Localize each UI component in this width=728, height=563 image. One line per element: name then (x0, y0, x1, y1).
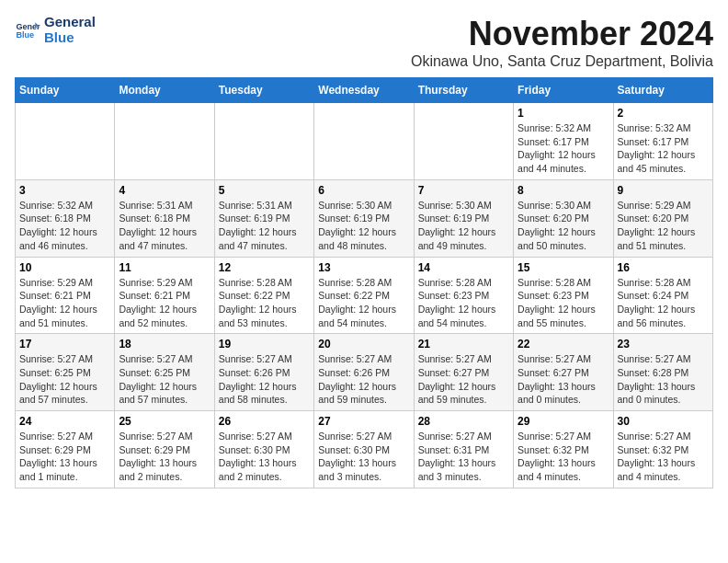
day-info: Sunrise: 5:28 AM Sunset: 6:22 PM Dayligh… (318, 276, 409, 330)
day-info: Sunrise: 5:29 AM Sunset: 6:21 PM Dayligh… (19, 276, 110, 330)
day-number: 5 (219, 184, 310, 197)
calendar-cell: 13Sunrise: 5:28 AM Sunset: 6:22 PM Dayli… (314, 257, 414, 334)
day-number: 11 (119, 261, 210, 274)
day-info: Sunrise: 5:27 AM Sunset: 6:32 PM Dayligh… (518, 430, 609, 484)
logo: General Blue General Blue (15, 15, 96, 45)
day-info: Sunrise: 5:27 AM Sunset: 6:31 PM Dayligh… (418, 430, 509, 484)
day-info: Sunrise: 5:28 AM Sunset: 6:24 PM Dayligh… (618, 276, 709, 330)
calendar-cell (115, 103, 214, 180)
calendar-cell: 28Sunrise: 5:27 AM Sunset: 6:31 PM Dayli… (414, 411, 513, 488)
col-header-tuesday: Tuesday (214, 78, 313, 103)
day-number: 27 (318, 415, 409, 428)
calendar-cell: 25Sunrise: 5:27 AM Sunset: 6:29 PM Dayli… (115, 411, 214, 488)
day-number: 19 (219, 338, 310, 350)
calendar-cell: 26Sunrise: 5:27 AM Sunset: 6:30 PM Dayli… (214, 411, 313, 488)
calendar-cell: 12Sunrise: 5:28 AM Sunset: 6:22 PM Dayli… (214, 257, 313, 334)
day-info: Sunrise: 5:27 AM Sunset: 6:27 PM Dayligh… (418, 352, 509, 407)
month-title: November 2024 (411, 15, 713, 53)
day-info: Sunrise: 5:27 AM Sunset: 6:27 PM Dayligh… (518, 352, 609, 407)
logo-icon: General Blue (15, 17, 40, 43)
calendar-cell: 7Sunrise: 5:30 AM Sunset: 6:19 PM Daylig… (414, 179, 513, 257)
day-info: Sunrise: 5:28 AM Sunset: 6:22 PM Dayligh… (219, 276, 310, 330)
logo-general: General (44, 14, 96, 29)
day-info: Sunrise: 5:28 AM Sunset: 6:23 PM Dayligh… (418, 276, 509, 330)
calendar-cell: 24Sunrise: 5:27 AM Sunset: 6:29 PM Dayli… (16, 411, 115, 488)
day-number: 8 (518, 184, 609, 197)
calendar-cell: 1Sunrise: 5:32 AM Sunset: 6:17 PM Daylig… (514, 103, 613, 180)
calendar-cell (414, 103, 513, 180)
col-header-wednesday: Wednesday (314, 78, 414, 103)
calendar-cell: 20Sunrise: 5:27 AM Sunset: 6:26 PM Dayli… (314, 334, 414, 411)
calendar-cell: 2Sunrise: 5:32 AM Sunset: 6:17 PM Daylig… (613, 103, 712, 180)
day-number: 3 (19, 184, 110, 197)
location-title: Okinawa Uno, Santa Cruz Department, Boli… (411, 53, 713, 70)
day-info: Sunrise: 5:32 AM Sunset: 6:17 PM Dayligh… (618, 121, 709, 176)
calendar-cell: 4Sunrise: 5:31 AM Sunset: 6:18 PM Daylig… (115, 179, 214, 257)
day-number: 28 (418, 415, 509, 428)
day-info: Sunrise: 5:28 AM Sunset: 6:23 PM Dayligh… (518, 276, 609, 330)
calendar-cell: 18Sunrise: 5:27 AM Sunset: 6:25 PM Dayli… (115, 334, 214, 411)
day-number: 20 (318, 338, 409, 350)
svg-text:Blue: Blue (16, 30, 34, 40)
logo-blue: Blue (44, 29, 74, 45)
day-number: 17 (19, 338, 110, 350)
day-info: Sunrise: 5:30 AM Sunset: 6:19 PM Dayligh… (318, 199, 409, 253)
day-number: 30 (618, 415, 709, 428)
day-number: 25 (119, 415, 210, 428)
day-info: Sunrise: 5:27 AM Sunset: 6:29 PM Dayligh… (19, 430, 110, 484)
day-number: 7 (418, 184, 509, 197)
day-info: Sunrise: 5:30 AM Sunset: 6:19 PM Dayligh… (418, 199, 509, 253)
calendar-cell: 11Sunrise: 5:29 AM Sunset: 6:21 PM Dayli… (115, 257, 214, 334)
calendar-cell (16, 103, 115, 180)
calendar-cell: 27Sunrise: 5:27 AM Sunset: 6:30 PM Dayli… (314, 411, 414, 488)
day-number: 24 (19, 415, 110, 428)
day-info: Sunrise: 5:32 AM Sunset: 6:17 PM Dayligh… (518, 121, 609, 176)
day-number: 18 (119, 338, 210, 350)
calendar-cell: 3Sunrise: 5:32 AM Sunset: 6:18 PM Daylig… (16, 179, 115, 257)
day-info: Sunrise: 5:31 AM Sunset: 6:18 PM Dayligh… (119, 199, 210, 253)
col-header-monday: Monday (115, 78, 214, 103)
calendar-cell: 21Sunrise: 5:27 AM Sunset: 6:27 PM Dayli… (414, 334, 513, 411)
calendar-cell: 22Sunrise: 5:27 AM Sunset: 6:27 PM Dayli… (514, 334, 613, 411)
day-number: 1 (518, 107, 609, 120)
calendar-cell: 14Sunrise: 5:28 AM Sunset: 6:23 PM Dayli… (414, 257, 513, 334)
calendar-cell (314, 103, 414, 180)
header: General Blue General Blue November 2024 … (15, 15, 713, 70)
day-number: 13 (318, 261, 409, 274)
day-info: Sunrise: 5:27 AM Sunset: 6:28 PM Dayligh… (618, 352, 709, 407)
day-info: Sunrise: 5:27 AM Sunset: 6:25 PM Dayligh… (119, 352, 210, 407)
day-info: Sunrise: 5:27 AM Sunset: 6:26 PM Dayligh… (219, 352, 310, 407)
day-number: 26 (219, 415, 310, 428)
day-number: 6 (318, 184, 409, 197)
col-header-saturday: Saturday (613, 78, 712, 103)
week-row-1: 1Sunrise: 5:32 AM Sunset: 6:17 PM Daylig… (16, 103, 713, 180)
day-info: Sunrise: 5:29 AM Sunset: 6:20 PM Dayligh… (618, 199, 709, 253)
day-info: Sunrise: 5:27 AM Sunset: 6:25 PM Dayligh… (19, 352, 110, 407)
day-info: Sunrise: 5:27 AM Sunset: 6:30 PM Dayligh… (219, 430, 310, 484)
calendar-table: SundayMondayTuesdayWednesdayThursdayFrid… (15, 77, 713, 488)
title-area: November 2024 Okinawa Uno, Santa Cruz De… (411, 15, 713, 70)
day-info: Sunrise: 5:27 AM Sunset: 6:29 PM Dayligh… (119, 430, 210, 484)
day-info: Sunrise: 5:32 AM Sunset: 6:18 PM Dayligh… (19, 199, 110, 253)
calendar-cell: 5Sunrise: 5:31 AM Sunset: 6:19 PM Daylig… (214, 179, 313, 257)
day-number: 16 (618, 261, 709, 274)
calendar-cell: 9Sunrise: 5:29 AM Sunset: 6:20 PM Daylig… (613, 179, 712, 257)
calendar-cell (214, 103, 313, 180)
week-row-5: 24Sunrise: 5:27 AM Sunset: 6:29 PM Dayli… (16, 411, 713, 488)
day-info: Sunrise: 5:27 AM Sunset: 6:30 PM Dayligh… (318, 430, 409, 484)
col-header-friday: Friday (514, 78, 613, 103)
calendar-cell: 19Sunrise: 5:27 AM Sunset: 6:26 PM Dayli… (214, 334, 313, 411)
week-row-4: 17Sunrise: 5:27 AM Sunset: 6:25 PM Dayli… (16, 334, 713, 411)
calendar-cell: 30Sunrise: 5:27 AM Sunset: 6:32 PM Dayli… (613, 411, 712, 488)
day-info: Sunrise: 5:31 AM Sunset: 6:19 PM Dayligh… (219, 199, 310, 253)
calendar-body: 1Sunrise: 5:32 AM Sunset: 6:17 PM Daylig… (16, 103, 713, 488)
svg-text:General: General (16, 21, 40, 30)
day-info: Sunrise: 5:30 AM Sunset: 6:20 PM Dayligh… (518, 199, 609, 253)
day-number: 21 (418, 338, 509, 350)
day-number: 4 (119, 184, 210, 197)
day-number: 12 (219, 261, 310, 274)
calendar-cell: 29Sunrise: 5:27 AM Sunset: 6:32 PM Dayli… (514, 411, 613, 488)
day-number: 9 (618, 184, 709, 197)
calendar-header-row: SundayMondayTuesdayWednesdayThursdayFrid… (16, 78, 713, 103)
day-info: Sunrise: 5:29 AM Sunset: 6:21 PM Dayligh… (119, 276, 210, 330)
